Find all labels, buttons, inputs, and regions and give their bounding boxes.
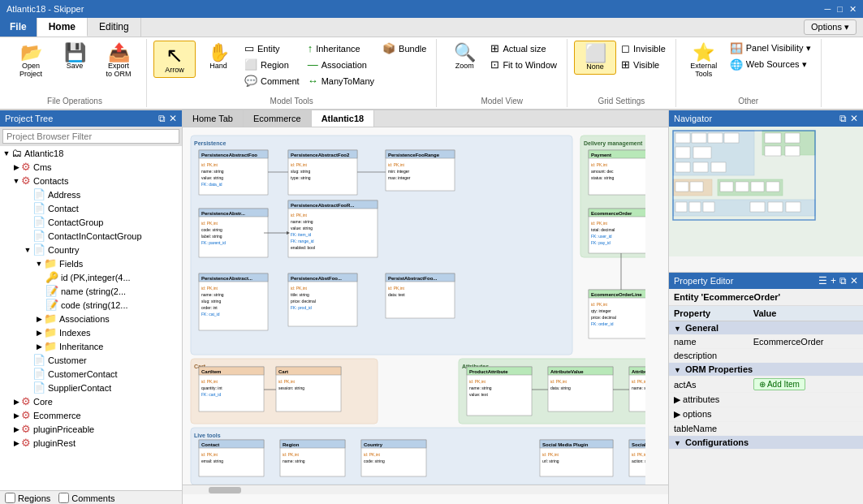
add-item-button[interactable]: ⊕ Add Item [753,378,805,390]
country-label: Country [48,245,80,255]
bundle-button[interactable]: 📦 Bundle [379,41,429,56]
prop-restore-icon[interactable]: ⧉ [839,275,847,286]
none-button[interactable]: ⬜ None [574,41,616,75]
actual-size-button[interactable]: ⊞ Actual size [487,41,560,56]
fit-window-button[interactable]: ⊡ Fit to Window [487,57,560,72]
tree-item-customer[interactable]: 📄 Customer [0,353,182,367]
tree-item-contactincontactgroup[interactable]: 📄 ContactInContactGroup [0,229,182,243]
prop-add-icon[interactable]: + [831,275,836,286]
tree-item-customercontact[interactable]: 📄 CustomerContact [0,367,182,381]
maximize-icon[interactable]: □ [837,4,843,15]
svg-text:PersistenceAbstractFooR...: PersistenceAbstractFooR... [291,203,355,208]
tree-item-country[interactable]: ▼ 📄 Country [0,243,182,256]
minimize-icon[interactable]: ─ [825,4,831,15]
save-button[interactable]: 💾 Save [54,41,96,73]
panel-visibility-button[interactable]: 🪟 Panel Visibility ▾ [727,41,814,56]
tree-item-fields[interactable]: ▼ 📁 Fields [0,256,182,270]
manytomany-button[interactable]: ↔ ManyToMany [304,73,378,88]
tree-item-contactgroup[interactable]: 📄 ContactGroup [0,215,182,229]
options-expand-arrow[interactable]: ▶ [674,409,683,419]
tree-item-core[interactable]: ▶ ⚙ Core [0,394,182,408]
prop-attributes-value[interactable] [749,393,863,407]
tree-area[interactable]: ▼ 🗂 Atlantic18 ▶ ⚙ Cms ▼ ⚙ Contacts 📄 Ad… [0,146,182,490]
open-project-button[interactable]: 📂 OpenProject [10,41,52,81]
svg-text:Payment: Payment [591,153,611,157]
tab-home-tab[interactable]: Home Tab [183,110,244,127]
tree-item-indexes[interactable]: ▶ 📁 Indexes [0,325,182,339]
tree-item-address[interactable]: 📄 Address [0,187,182,201]
prop-row-actas[interactable]: actAs ⊕ Add Item [669,377,863,393]
pluginrest-label: pluginRest [33,438,76,448]
hand-button[interactable]: ✋ Hand [197,41,239,73]
prop-row-attributes[interactable]: ▶ attributes [669,393,863,407]
tab-editing[interactable]: Editing [88,18,141,37]
comment-button[interactable]: 💬 Comment [241,73,303,88]
prop-row-tablename[interactable]: tableName [669,422,863,436]
tree-item-pluginrest[interactable]: ▶ ⚙ pluginRest [0,436,182,450]
entity-button[interactable]: ▭ Entity [241,41,303,56]
diagram-area[interactable]: Persistence Delivery management Cart Att… [183,127,668,504]
restore-icon[interactable]: ⧉ [158,113,166,124]
prop-row-options[interactable]: ▶ options [669,407,863,422]
tree-item-field-name[interactable]: 📝 name (string(2... [0,284,182,298]
tree-item-associations[interactable]: ▶ 📁 Associations [0,312,182,325]
tree-item-suppliercontact[interactable]: 📄 SupplierContact [0,381,182,394]
orm-expand-icon: ▼ [674,366,681,374]
search-input[interactable] [2,129,179,144]
regions-checkbox[interactable]: Regions [5,493,50,503]
prop-list-icon[interactable]: ☰ [818,275,827,286]
navigator-canvas[interactable] [669,127,863,256]
prop-row-name[interactable]: name EcommerceOrder [669,335,863,349]
options-menu[interactable]: Options ▾ [804,19,857,35]
svg-text:name: string: name: string [469,386,492,390]
prop-close-icon[interactable]: ✕ [850,275,858,286]
property-table-container[interactable]: Property Value ▼ General [669,306,863,504]
navigator-restore-icon[interactable]: ⧉ [839,113,847,124]
association-button[interactable]: — Association [304,57,378,72]
attributes-expand-arrow[interactable]: ▶ [674,394,683,404]
project-tree-actions: ⧉ ✕ [158,113,177,124]
invisible-button[interactable]: ◻ Invisible [618,41,669,56]
tree-item-pluginpriceable[interactable]: ▶ ⚙ pluginPriceable [0,422,182,436]
export-orm-button[interactable]: 📤 Exportto ORM [97,41,140,81]
customer-label: Customer [48,355,87,365]
contact-label: Contact [48,204,79,213]
prop-actas-value[interactable]: ⊕ Add Item [749,377,863,393]
external-tools-button[interactable]: ⭐ ExternalTools [683,41,725,81]
prop-name-value[interactable]: EcommerceOrder [749,335,863,349]
navigator-close-icon[interactable]: ✕ [850,113,858,124]
prop-row-description[interactable]: description [669,349,863,363]
tree-item-field-code[interactable]: 📝 code (string(12... [0,298,182,312]
tree-item-atlantic18[interactable]: ▼ 🗂 Atlantic18 [0,146,182,160]
tree-item-ecommerce[interactable]: ▶ ⚙ Ecommerce [0,408,182,422]
prop-section-general[interactable]: ▼ General [669,321,863,335]
svg-text:PersistenceAbstract...: PersistenceAbstract... [201,276,252,281]
prop-tablename-value[interactable] [749,422,863,436]
tab-atlantic18[interactable]: Atlantic18 [312,110,375,127]
prop-section-orm[interactable]: ▼ ORM Properties [669,363,863,377]
grid-settings-label: Grid Settings [598,95,645,106]
tree-item-field-id[interactable]: 🔑 id (PK,integer(4... [0,270,182,284]
inheritance-button[interactable]: ↑ Inheritance [304,41,378,56]
comments-checkbox[interactable]: Comments [58,493,114,503]
tab-file[interactable]: File [0,18,37,37]
tree-item-contacts[interactable]: ▼ ⚙ Contacts [0,174,182,187]
web-sources-label: Web Sources ▾ [746,59,807,70]
tab-ecommerce[interactable]: Ecommerce [244,110,312,127]
close-panel-icon[interactable]: ✕ [169,113,177,124]
diagram-canvas[interactable]: Persistence Delivery management Cart Att… [183,127,668,504]
region-button[interactable]: ⬜ Region [241,57,303,72]
close-icon[interactable]: ✕ [849,4,857,15]
visible-button[interactable]: ⊞ Visible [618,57,669,72]
tab-home[interactable]: Home [37,18,88,37]
tree-item-contact[interactable]: 📄 Contact [0,201,182,215]
zoom-button[interactable]: 🔍 Zoom [443,41,485,73]
prop-description-value[interactable] [749,349,863,363]
prop-options-key: ▶ options [669,407,749,422]
arrow-button[interactable]: ↖ Arrow [153,41,196,78]
prop-options-value[interactable] [749,407,863,422]
tree-item-cms[interactable]: ▶ ⚙ Cms [0,160,182,174]
web-sources-button[interactable]: 🌐 Web Sources ▾ [727,57,814,72]
tree-item-inheritance[interactable]: ▶ 📁 Inheritance [0,339,182,353]
prop-section-configurations[interactable]: ▼ Configurations [669,436,863,450]
